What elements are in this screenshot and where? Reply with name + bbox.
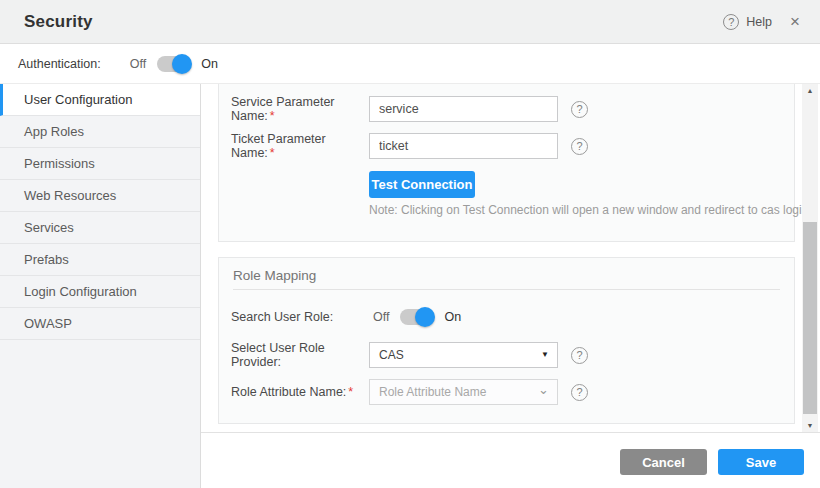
- user-role-provider-row: Select User Role Provider: CAS ▼ ?: [231, 342, 784, 368]
- page-title: Security: [24, 12, 93, 32]
- toggle-knob: [415, 307, 435, 327]
- sidebar-item-login-configuration[interactable]: Login Configuration: [0, 276, 200, 308]
- role-attribute-placeholder: Role Attribute Name: [379, 385, 486, 399]
- ticket-parameter-label-text: Ticket Parameter Name:: [231, 132, 326, 160]
- authentication-label: Authentication:: [18, 57, 101, 71]
- user-role-provider-select[interactable]: CAS ▼: [369, 342, 558, 368]
- dropdown-arrow-icon: ▼: [541, 343, 549, 367]
- vertical-scrollbar[interactable]: ▲ ▼: [802, 84, 818, 432]
- user-role-provider-value: CAS: [379, 348, 404, 362]
- content-area: Service Parameter Name:* ? Ticket Parame…: [201, 84, 820, 488]
- search-user-role-label: Search User Role:: [231, 310, 369, 324]
- close-icon[interactable]: ×: [790, 14, 800, 30]
- help-icon[interactable]: ?: [723, 14, 739, 30]
- scroll-down-icon[interactable]: ▼: [802, 419, 818, 432]
- title-bar: Security ? Help ×: [0, 0, 820, 44]
- sidebar-item-web-resources[interactable]: Web Resources: [0, 180, 200, 212]
- service-parameter-help-icon[interactable]: ?: [571, 101, 588, 118]
- test-connection-note: Note: Clicking on Test Connection will o…: [369, 203, 808, 217]
- role-attribute-row: Role Attribute Name:* Role Attribute Nam…: [231, 379, 784, 405]
- authentication-off-label: Off: [130, 57, 146, 71]
- toggle-knob: [172, 54, 192, 74]
- cancel-button[interactable]: Cancel: [620, 449, 707, 475]
- required-marker: *: [348, 385, 353, 399]
- sidebar-item-app-roles[interactable]: App Roles: [0, 116, 200, 148]
- authentication-toggle[interactable]: [157, 56, 190, 72]
- help-link[interactable]: Help: [746, 15, 772, 29]
- ticket-parameter-input[interactable]: [369, 133, 558, 159]
- sidebar-item-permissions[interactable]: Permissions: [0, 148, 200, 180]
- scroll-area: Service Parameter Name:* ? Ticket Parame…: [201, 84, 820, 432]
- scroll-up-icon[interactable]: ▲: [802, 84, 818, 97]
- test-connection-button[interactable]: Test Connection: [369, 171, 475, 198]
- service-parameter-row: Service Parameter Name:* ?: [231, 96, 784, 122]
- search-user-role-row: Search User Role: Off On: [231, 304, 784, 330]
- user-role-provider-label: Select User Role Provider:: [231, 341, 369, 369]
- role-mapping-panel: Role Mapping Search User Role: Off On Se…: [218, 257, 795, 424]
- titlebar-actions: ? Help ×: [723, 14, 800, 30]
- search-user-role-off-label: Off: [373, 310, 389, 324]
- authentication-on-label: On: [201, 57, 218, 71]
- sidebar-item-owasp[interactable]: OWASP: [0, 308, 200, 340]
- role-mapping-title: Role Mapping: [233, 268, 316, 283]
- sidebar-item-services[interactable]: Services: [0, 212, 200, 244]
- sidebar-item-prefabs[interactable]: Prefabs: [0, 244, 200, 276]
- service-parameter-input[interactable]: [369, 96, 558, 122]
- scrollbar-thumb[interactable]: [803, 222, 817, 414]
- user-role-provider-help-icon[interactable]: ?: [571, 347, 588, 364]
- service-parameter-label: Service Parameter Name:*: [231, 95, 369, 123]
- ticket-parameter-label: Ticket Parameter Name:*: [231, 132, 369, 160]
- divider: [233, 289, 780, 290]
- authentication-bar: Authentication: Off On: [0, 44, 820, 84]
- role-attribute-label: Role Attribute Name:*: [231, 385, 369, 399]
- required-marker: *: [270, 146, 275, 160]
- service-parameter-label-text: Service Parameter Name:: [231, 95, 335, 123]
- test-connection-row: Test Connection: [231, 171, 784, 198]
- save-button[interactable]: Save: [718, 449, 804, 475]
- chevron-down-icon: ⌄: [538, 378, 549, 402]
- connection-parameters-panel: Service Parameter Name:* ? Ticket Parame…: [218, 84, 795, 242]
- security-dialog: Security ? Help × Authentication: Off On…: [0, 0, 820, 488]
- required-marker: *: [270, 109, 275, 123]
- ticket-parameter-help-icon[interactable]: ?: [571, 138, 588, 155]
- role-attribute-combobox[interactable]: Role Attribute Name ⌄: [369, 379, 558, 405]
- search-user-role-on-label: On: [444, 310, 461, 324]
- sidebar-item-user-configuration[interactable]: User Configuration: [0, 84, 200, 116]
- footer-bar: Cancel Save: [201, 432, 820, 488]
- search-user-role-toggle[interactable]: [400, 309, 433, 325]
- sidebar: User Configuration App Roles Permissions…: [0, 84, 201, 488]
- role-attribute-help-icon[interactable]: ?: [571, 384, 588, 401]
- role-attribute-label-text: Role Attribute Name:: [231, 385, 346, 399]
- ticket-parameter-row: Ticket Parameter Name:* ?: [231, 133, 784, 159]
